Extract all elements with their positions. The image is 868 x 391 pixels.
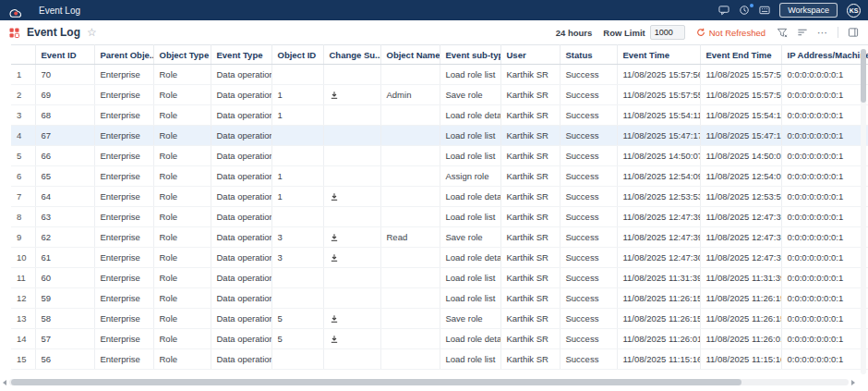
column-header[interactable]: Event Type	[211, 45, 271, 65]
table-cell	[380, 349, 440, 370]
table-cell: Data operation	[211, 105, 271, 126]
table-row[interactable]: 962EnterpriseRoleData operation3ReadSave…	[11, 227, 868, 248]
download-icon[interactable]	[330, 335, 339, 344]
column-header[interactable]: Event sub-type	[440, 45, 500, 65]
table-cell: Success	[560, 105, 617, 126]
table-cell: Load role list	[440, 126, 500, 146]
table-row[interactable]: 1358EnterpriseRoleData operation5Save ro…	[11, 309, 868, 329]
table-row[interactable]: 368EnterpriseRoleData operation1Load rol…	[11, 105, 868, 126]
scroll-left-arrow[interactable]	[3, 380, 6, 385]
column-header[interactable]: Object Type	[153, 45, 211, 65]
menu-lines-icon[interactable]	[797, 27, 808, 38]
table-cell: Data operation	[211, 248, 271, 268]
table-row[interactable]: 863EnterpriseRoleData operationLoad role…	[11, 207, 868, 227]
table-cell: 11/08/2025 11:15:16	[617, 349, 700, 370]
panel-icon[interactable]	[848, 27, 859, 38]
download-icon[interactable]	[330, 314, 339, 324]
table-cell: 11/08/2025 12:47:39	[700, 227, 781, 248]
download-icon[interactable]	[330, 233, 339, 242]
scroll-right-arrow[interactable]	[851, 380, 855, 385]
table-row[interactable]: 170EnterpriseRoleData operationLoad role…	[11, 65, 868, 85]
user-avatar[interactable]: KS	[847, 4, 861, 18]
horizontal-scrollbar[interactable]	[3, 378, 855, 386]
table-cell: 60	[35, 268, 94, 288]
table-cell: Success	[560, 146, 617, 166]
column-header[interactable]: Event End Time	[700, 45, 781, 65]
download-icon[interactable]	[330, 192, 339, 202]
table-row[interactable]: 1457EnterpriseRoleData operation5Load ro…	[11, 329, 868, 349]
apps-icon[interactable]	[759, 5, 770, 16]
table-cell: 5	[271, 309, 323, 329]
column-header[interactable]: Status	[560, 45, 617, 65]
more-icon[interactable]: ⋯	[817, 28, 828, 38]
table-cell: Role	[153, 329, 211, 349]
table-cell: Save role	[440, 85, 500, 105]
refresh-button[interactable]: Not Refreshed	[696, 28, 766, 38]
table-cell: Karthik SR	[500, 146, 560, 166]
table-cell-change-summary	[323, 65, 380, 85]
horizontal-scrollbar-thumb[interactable]	[11, 379, 741, 385]
table-cell: Karthik SR	[500, 187, 560, 207]
row-number: 4	[11, 126, 35, 146]
chat-icon[interactable]	[718, 5, 729, 16]
column-header[interactable]: Object ID	[271, 45, 323, 65]
column-header[interactable]: Event ID	[35, 45, 94, 65]
table-cell: 64	[35, 187, 94, 207]
table-row[interactable]: 665EnterpriseRoleData operation1Assign r…	[11, 166, 868, 187]
table-cell: Enterprise	[94, 166, 153, 187]
table-cell: 11/08/2025 12:54:09	[700, 166, 781, 187]
table-cell-change-summary	[323, 268, 380, 288]
horizontal-scrollbar-track[interactable]	[9, 379, 849, 385]
workspace-button[interactable]: Workspace	[779, 3, 838, 18]
table-cell: 11/08/2025 14:50:07	[700, 146, 781, 166]
table-cell: Karthik SR	[500, 85, 560, 105]
column-header[interactable]: User	[500, 45, 560, 65]
table-cell: 70	[35, 65, 94, 85]
event-log-table: Event IDParent Obje...Object TypeEvent T…	[11, 44, 868, 370]
column-header[interactable]: IP Address/Machine...	[781, 45, 868, 65]
table-row[interactable]: 566EnterpriseRoleData operationLoad role…	[11, 146, 868, 166]
table-cell	[271, 207, 323, 227]
table-cell: Load role list	[440, 65, 500, 85]
table-cell: 1	[271, 166, 323, 187]
table-row[interactable]: 1061EnterpriseRoleData operation3Load ro…	[11, 248, 868, 268]
table-cell: 57	[35, 329, 94, 349]
grid-icon	[9, 28, 19, 38]
table-cell: Role	[153, 288, 211, 309]
table-cell	[380, 146, 440, 166]
table-cell: 11/08/2025 14:50:07	[617, 146, 700, 166]
table-row[interactable]: 1556EnterpriseRoleData operationLoad rol…	[11, 349, 868, 370]
table-cell-change-summary	[323, 146, 380, 166]
column-header[interactable]: Change Su...	[323, 45, 380, 65]
column-header[interactable]: Event Time	[617, 45, 700, 65]
star-icon[interactable]: ☆	[87, 27, 97, 38]
download-icon[interactable]	[330, 253, 339, 263]
table-cell: Karthik SR	[500, 105, 560, 126]
table-cell: Karthik SR	[500, 309, 560, 329]
table-row[interactable]: 1160EnterpriseRoleData operationLoad rol…	[11, 268, 868, 288]
row-limit-input[interactable]	[650, 25, 685, 40]
column-header[interactable]: Object Name	[380, 45, 440, 65]
table-cell: Role	[153, 146, 211, 166]
filter-clear-icon[interactable]	[777, 27, 788, 38]
vertical-scrollbar[interactable]	[861, 49, 866, 374]
table-cell	[380, 309, 440, 329]
table-cell: 11/08/2025 11:26:15	[700, 309, 781, 329]
table-row[interactable]: 467EnterpriseRoleData operationLoad role…	[11, 126, 868, 146]
table-row[interactable]: 269EnterpriseRoleData operation1AdminSav…	[11, 85, 868, 105]
table-cell: Success	[560, 288, 617, 309]
table-cell: Data operation	[211, 329, 271, 349]
column-header[interactable]: Parent Obje...	[94, 45, 153, 65]
vertical-scrollbar-thumb[interactable]	[861, 49, 866, 103]
table-cell: 69	[35, 85, 94, 105]
table-cell: 1	[271, 187, 323, 207]
table-cell: Karthik SR	[500, 126, 560, 146]
download-icon[interactable]	[330, 91, 339, 100]
table-row[interactable]: 1259EnterpriseRoleData operationLoad rol…	[11, 288, 868, 309]
table-cell	[380, 187, 440, 207]
table-cell: 11/08/2025 12:47:30	[700, 248, 781, 268]
table-cell: Success	[560, 207, 617, 227]
history-icon[interactable]	[739, 5, 750, 16]
table-row[interactable]: 764EnterpriseRoleData operation1Load rol…	[11, 187, 868, 207]
time-range-selector[interactable]: 24 hours	[556, 28, 593, 38]
